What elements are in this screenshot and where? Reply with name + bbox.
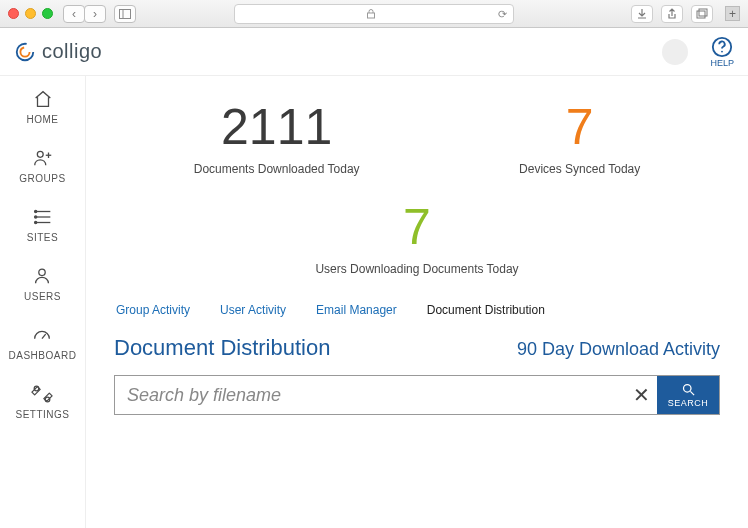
sidebar-item-label: SITES — [27, 232, 58, 243]
search-button[interactable]: SEARCH — [657, 376, 719, 414]
sidebar-item-home[interactable]: HOME — [27, 88, 59, 125]
logo-icon — [14, 41, 36, 63]
download-button[interactable] — [631, 5, 653, 23]
dashboard-icon — [31, 324, 53, 346]
stat-value: 7 — [315, 198, 518, 256]
maximize-window-icon[interactable] — [42, 8, 53, 19]
groups-icon — [32, 147, 54, 169]
stat-label: Devices Synced Today — [519, 162, 640, 176]
minimize-window-icon[interactable] — [25, 8, 36, 19]
tab-group-activity[interactable]: Group Activity — [116, 303, 190, 317]
stats-row-top: 2111 Documents Downloaded Today 7 Device… — [114, 98, 720, 176]
avatar[interactable] — [662, 39, 688, 65]
main-content: 2111 Documents Downloaded Today 7 Device… — [86, 76, 748, 528]
clear-search-button[interactable]: ✕ — [625, 376, 657, 414]
tab-document-distribution[interactable]: Document Distribution — [427, 303, 545, 317]
svg-point-15 — [34, 210, 36, 212]
panel-icon — [119, 9, 131, 19]
stat-label: Documents Downloaded Today — [194, 162, 360, 176]
users-icon — [31, 265, 53, 287]
svg-point-8 — [721, 50, 723, 52]
download-icon — [636, 8, 648, 20]
stat-value: 2111 — [194, 98, 360, 156]
sidebar-item-label: GROUPS — [19, 173, 65, 184]
tabs-button[interactable] — [691, 5, 713, 23]
svg-point-5 — [17, 43, 34, 60]
svg-line-23 — [690, 391, 694, 395]
section-subtitle: 90 Day Download Activity — [517, 339, 720, 360]
share-button[interactable] — [661, 5, 683, 23]
report-tabs: Group Activity User Activity Email Manag… — [114, 303, 720, 317]
sidebar-item-sites[interactable]: SITES — [27, 206, 58, 243]
svg-point-17 — [34, 221, 36, 223]
brand-name: colligo — [42, 40, 102, 63]
sidebar-item-users[interactable]: USERS — [24, 265, 61, 302]
section-title: Document Distribution — [114, 335, 330, 361]
svg-point-22 — [683, 385, 691, 393]
svg-point-9 — [37, 151, 43, 157]
tab-user-activity[interactable]: User Activity — [220, 303, 286, 317]
sidebar-item-label: USERS — [24, 291, 61, 302]
nav-buttons: ‹ › — [63, 5, 106, 23]
window-controls — [8, 8, 53, 19]
app-body: HOME GROUPS SITES USERS DASHBOARD SETTIN… — [0, 76, 748, 528]
help-icon — [711, 36, 733, 58]
sidebar-item-label: HOME — [27, 114, 59, 125]
stat-users-downloading: 7 Users Downloading Documents Today — [114, 198, 720, 277]
svg-point-18 — [39, 269, 45, 275]
stat-devices-synced: 7 Devices Synced Today — [519, 98, 640, 176]
close-icon: ✕ — [633, 383, 650, 407]
sites-icon — [32, 206, 54, 228]
stat-label: Users Downloading Documents Today — [315, 262, 518, 276]
brand-logo[interactable]: colligo — [14, 40, 102, 63]
sidebar-item-label: DASHBOARD — [9, 350, 77, 361]
sidebar: HOME GROUPS SITES USERS DASHBOARD SETTIN… — [0, 76, 86, 528]
svg-rect-3 — [697, 11, 705, 18]
svg-point-6 — [20, 47, 29, 56]
sidebar-item-groups[interactable]: GROUPS — [19, 147, 65, 184]
search-button-label: SEARCH — [668, 398, 709, 408]
tabs-icon — [696, 8, 708, 20]
sidebar-item-settings[interactable]: SETTINGS — [15, 383, 69, 420]
forward-button[interactable]: › — [84, 5, 106, 23]
lock-icon — [366, 9, 376, 19]
svg-line-19 — [42, 334, 46, 339]
help-label: HELP — [710, 58, 734, 68]
chrome-right-controls: + — [631, 5, 740, 23]
user-block: HELP — [652, 36, 734, 68]
reload-button[interactable]: ⟳ — [498, 7, 507, 20]
app-header: colligo HELP — [0, 28, 748, 76]
sidebar-item-label: SETTINGS — [15, 409, 69, 420]
share-icon — [666, 8, 678, 20]
home-icon — [32, 88, 54, 110]
svg-rect-0 — [120, 9, 131, 18]
tab-email-manager[interactable]: Email Manager — [316, 303, 397, 317]
settings-icon — [31, 383, 53, 405]
browser-chrome: ‹ › ⟳ + — [0, 0, 748, 28]
back-button[interactable]: ‹ — [63, 5, 85, 23]
search-icon — [681, 382, 696, 397]
svg-point-16 — [34, 216, 36, 218]
svg-rect-2 — [368, 13, 375, 18]
search-bar: ✕ SEARCH — [114, 375, 720, 415]
address-bar[interactable]: ⟳ — [234, 4, 514, 24]
svg-rect-4 — [699, 9, 707, 16]
sidebar-toggle-button[interactable] — [114, 5, 136, 23]
new-tab-button[interactable]: + — [725, 6, 740, 21]
stat-documents-downloaded: 2111 Documents Downloaded Today — [194, 98, 360, 176]
search-input[interactable] — [115, 376, 625, 414]
sidebar-item-dashboard[interactable]: DASHBOARD — [9, 324, 77, 361]
close-window-icon[interactable] — [8, 8, 19, 19]
stat-value: 7 — [519, 98, 640, 156]
help-link[interactable]: HELP — [710, 36, 734, 68]
section-header: Document Distribution 90 Day Download Ac… — [114, 335, 720, 361]
